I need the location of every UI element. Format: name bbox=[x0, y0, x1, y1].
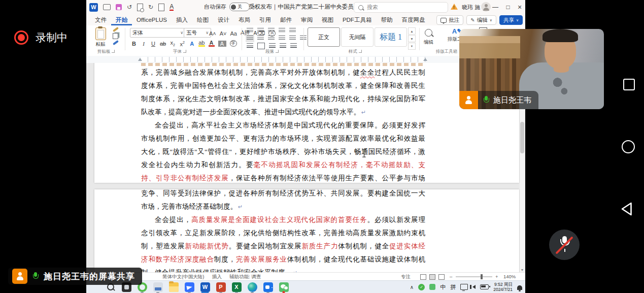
ribbon-tab[interactable]: 引用 bbox=[255, 14, 276, 25]
document-line[interactable]: 制度体系，深化生态文明体制改革，推进国家安全体系和能力现代化，持续深化国防和军 bbox=[141, 92, 425, 106]
zoom-slider-thumb[interactable] bbox=[481, 274, 483, 279]
maximize-button[interactable]: □ bbox=[502, 0, 514, 14]
redo-icon[interactable]: ↻ bbox=[148, 4, 153, 11]
display-tray-icon[interactable] bbox=[460, 284, 468, 290]
document-line[interactable]: 市场机制作用，创造更加公平、更有活力的市场环境，实现资源配置效率最优化和效益最 bbox=[141, 132, 425, 145]
multilevel-list-icon[interactable] bbox=[268, 28, 275, 34]
excel-icon[interactable]: X bbox=[231, 281, 242, 292]
sort-icon[interactable] bbox=[280, 43, 286, 49]
minimize-button[interactable]: — bbox=[490, 0, 501, 14]
document-line[interactable]: 全会提出，高质量发展是全面建设社会主义现代化国家的首要任务。必须以新发展理 bbox=[141, 213, 425, 226]
insert-mode-status[interactable]: 插入 bbox=[212, 274, 222, 280]
char-shading-icon[interactable]: A bbox=[218, 41, 226, 47]
zoom-out-button[interactable]: – bbox=[450, 274, 452, 279]
ribbon-tab[interactable]: 审阅 bbox=[296, 14, 317, 25]
show-marks-icon[interactable] bbox=[290, 43, 297, 49]
document-line[interactable]: 竞争、同等受到法律保护，促进各种所有制经济优势互补、共同发展。要构建全国统一大 bbox=[141, 187, 425, 200]
font-size-combo[interactable]: 五号∨ bbox=[184, 28, 211, 38]
align-left-icon[interactable] bbox=[247, 36, 253, 41]
document-line[interactable]: 制，塑造发展新动能新优势。要健全因地制宜发展新质生产力体制机制，健全促进实体经 bbox=[141, 240, 425, 253]
undo-icon[interactable]: ↺ bbox=[127, 4, 132, 11]
ribbon-tab[interactable]: 百度网盘 bbox=[397, 14, 429, 25]
strikethrough-icon[interactable]: ab bbox=[160, 41, 166, 47]
enclose-char-icon[interactable]: 字 bbox=[230, 40, 237, 47]
taskbar-clock[interactable]: 9:52 周日2024/7/21 bbox=[493, 282, 513, 292]
dialog-launcher-icon[interactable] bbox=[183, 50, 186, 53]
subscript-icon[interactable]: x2 bbox=[170, 40, 176, 47]
dialog-launcher-icon[interactable] bbox=[276, 50, 279, 53]
ribbon-tab[interactable]: 插入 bbox=[172, 14, 192, 25]
antivirus-tray-icon[interactable]: ✓ bbox=[418, 284, 425, 290]
shading-icon[interactable] bbox=[247, 43, 253, 49]
word-icon[interactable]: W bbox=[199, 281, 211, 292]
style-heading1[interactable]: 标题 1 bbox=[375, 27, 407, 47]
text-effects-icon[interactable]: A bbox=[189, 41, 195, 47]
edit-mode-button[interactable]: ✎编辑∨ bbox=[466, 15, 496, 25]
autosave-switch[interactable]: 关 bbox=[229, 3, 250, 11]
grow-font-icon[interactable]: A˄ bbox=[209, 30, 216, 37]
share-button[interactable]: 共享∨ bbox=[499, 15, 523, 25]
gallery-down-icon[interactable]: ▼ bbox=[408, 35, 416, 42]
dialog-launcher-icon[interactable] bbox=[359, 50, 362, 53]
font-name-combo[interactable]: 宋体∨ bbox=[130, 28, 186, 38]
document-line[interactable]: 市场，完善市场经济基础制度。↵ bbox=[141, 200, 425, 213]
zoom-slider[interactable] bbox=[456, 276, 492, 277]
edge-icon[interactable] bbox=[247, 281, 258, 292]
print-preview-icon[interactable] bbox=[137, 4, 143, 11]
warning-icon[interactable] bbox=[451, 4, 458, 10]
account-name[interactable]: 晓玮 施 bbox=[462, 4, 480, 11]
wechat-tray-icon[interactable] bbox=[429, 284, 435, 290]
justify-icon[interactable] bbox=[279, 36, 285, 41]
zoom-level[interactable]: 140% bbox=[503, 274, 516, 279]
read-mode-icon[interactable] bbox=[420, 274, 426, 280]
speaker-tray-icon[interactable] bbox=[472, 285, 476, 289]
indent-marker[interactable] bbox=[138, 58, 142, 61]
font-color-quick-icon[interactable]: A bbox=[170, 4, 174, 11]
web-layout-icon[interactable] bbox=[438, 274, 445, 280]
decrease-indent-icon[interactable] bbox=[279, 28, 285, 34]
comment-button[interactable]: 批注 bbox=[436, 15, 463, 25]
battery-tray-icon[interactable] bbox=[480, 284, 489, 289]
participant-video[interactable]: 施日尧王韦 bbox=[459, 29, 604, 109]
file-explorer-icon[interactable] bbox=[168, 281, 179, 292]
bullet-list-icon[interactable] bbox=[247, 28, 253, 34]
document-line[interactable]: 念引领改革，立足新发展阶段，深化供给侧结构性改革，完善推动高质量发展激励约束机 bbox=[141, 226, 425, 240]
gallery-up-icon[interactable]: ▲ bbox=[408, 27, 416, 35]
document-line[interactable]: 制，健全提升产业链供应链韧性和安全水平制度。↵ bbox=[141, 266, 425, 272]
close-button[interactable]: × bbox=[514, 0, 525, 14]
save-icon[interactable] bbox=[116, 4, 122, 10]
align-right-icon[interactable] bbox=[268, 36, 275, 41]
number-list-icon[interactable] bbox=[257, 28, 264, 34]
increase-indent-icon[interactable] bbox=[289, 28, 296, 34]
focus-mode-button[interactable]: 专注 bbox=[401, 274, 411, 280]
ime-language-button[interactable]: 中 bbox=[440, 283, 446, 291]
new-document-icon[interactable] bbox=[158, 4, 164, 11]
ribbon-tab[interactable]: 设计 bbox=[213, 14, 234, 25]
ribbon-tab[interactable]: 邮件 bbox=[276, 14, 296, 25]
meeting-app-icon[interactable] bbox=[262, 281, 274, 292]
document-line[interactable]: 大化，既"放得活"又"管得住"，更好维护市场秩序、弥补市场失灵，畅通国民经济循环… bbox=[141, 145, 425, 158]
indent-marker[interactable] bbox=[423, 58, 427, 61]
utility-app-icon[interactable] bbox=[152, 281, 163, 292]
print-layout-icon[interactable] bbox=[429, 274, 435, 280]
editing-tool-button[interactable]: 编辑 bbox=[423, 27, 434, 46]
style-normal[interactable]: 正文 bbox=[308, 27, 340, 47]
notification-bell-icon[interactable] bbox=[517, 285, 522, 290]
underline-icon[interactable]: U bbox=[150, 41, 156, 47]
ribbon-tab[interactable]: 布局 bbox=[234, 14, 255, 25]
paste-button[interactable]: 粘贴 bbox=[91, 27, 110, 49]
autosave-toggle[interactable]: 自动保存 关 ▾ bbox=[204, 3, 255, 11]
ribbon-tab[interactable]: OfficePLUS bbox=[132, 14, 172, 25]
bold-icon[interactable]: B bbox=[131, 41, 137, 47]
microphone-muted-button[interactable] bbox=[549, 230, 580, 260]
cut-icon[interactable] bbox=[113, 27, 119, 32]
feishu-icon[interactable] bbox=[184, 281, 195, 292]
scrollbar-thumb[interactable] bbox=[520, 122, 524, 153]
copy-icon[interactable] bbox=[113, 33, 118, 39]
font-color-icon[interactable]: A bbox=[209, 40, 215, 47]
change-case-icon[interactable]: Aa bbox=[230, 30, 237, 37]
align-center-icon[interactable] bbox=[257, 36, 264, 41]
ribbon-tab[interactable]: 视图 bbox=[317, 14, 338, 25]
home-button[interactable] bbox=[622, 140, 635, 153]
accessibility-status[interactable]: 辅助功能: 调查 bbox=[229, 274, 261, 280]
